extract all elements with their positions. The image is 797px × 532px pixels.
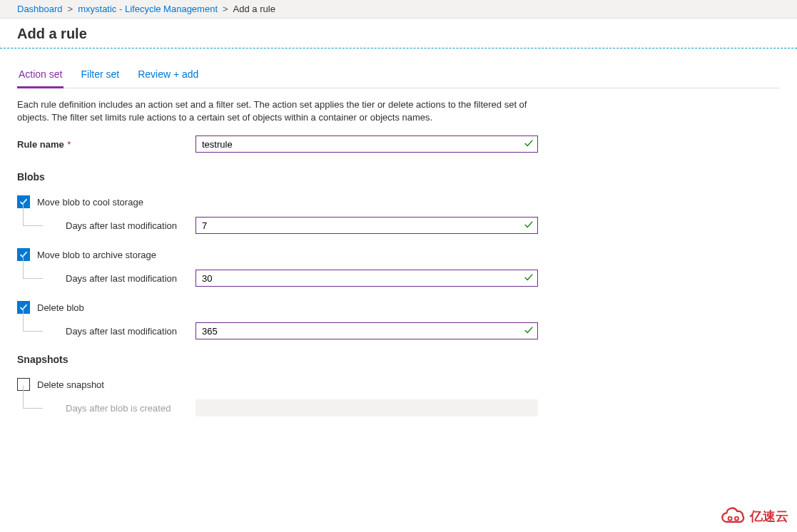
breadcrumb-lifecycle-mgmt[interactable]: mxystatic - Lifecycle Management xyxy=(78,4,218,14)
tree-connector xyxy=(17,270,49,287)
chevron-right-icon: > xyxy=(68,4,73,14)
checkbox-delete-snapshot[interactable] xyxy=(17,378,30,391)
breadcrumb: Dashboard > mxystatic - Lifecycle Manage… xyxy=(17,4,780,14)
check-icon xyxy=(524,220,534,230)
check-icon xyxy=(524,272,534,282)
chevron-right-icon: > xyxy=(223,4,228,14)
rule-name-label: Rule name * xyxy=(17,139,196,150)
input-days-delete[interactable] xyxy=(196,322,538,339)
field-days-snapshot xyxy=(196,399,538,416)
section-head-blobs: Blobs xyxy=(17,171,780,183)
svg-point-1 xyxy=(735,517,738,521)
label-days-snapshot: Days after blob is created xyxy=(49,403,196,414)
watermark: 亿速云 xyxy=(719,506,788,526)
label-days-cool: Days after last modification xyxy=(49,220,196,231)
tab-action-set[interactable]: Action set xyxy=(17,64,64,88)
field-days-cool xyxy=(196,217,538,234)
input-days-cool[interactable] xyxy=(196,217,538,234)
rule-name-row: Rule name * xyxy=(17,135,780,153)
check-icon xyxy=(524,325,534,335)
section-head-snapshots: Snapshots xyxy=(17,354,780,365)
watermark-text: 亿速云 xyxy=(750,508,788,525)
tabs: Action set Filter set Review + add xyxy=(17,64,780,88)
breadcrumb-current: Add a rule xyxy=(233,4,275,14)
content: Action set Filter set Review + add Each … xyxy=(0,64,797,416)
action-delete-blob: Delete blob Days after last modification xyxy=(17,301,780,339)
action-delete-snapshot: Delete snapshot Days after blob is creat… xyxy=(17,378,780,416)
form: Rule name * Blobs Move blob to cool stor… xyxy=(17,135,780,416)
label-move-cool: Move blob to cool storage xyxy=(37,197,143,208)
input-days-archive[interactable] xyxy=(196,270,538,287)
svg-point-0 xyxy=(729,517,732,521)
tree-connector xyxy=(17,217,49,234)
title-area: Add a rule xyxy=(0,19,797,48)
checkbox-move-cool[interactable] xyxy=(17,195,30,208)
label-delete-snapshot: Delete snapshot xyxy=(37,379,104,390)
description-text: Each rule definition includes an action … xyxy=(17,98,531,124)
input-days-snapshot xyxy=(196,399,538,416)
action-archive: Move blob to archive storage Days after … xyxy=(17,248,780,287)
page-title: Add a rule xyxy=(17,26,780,42)
cloud-icon xyxy=(719,506,747,526)
field-days-archive xyxy=(196,270,538,287)
label-delete-blob: Delete blob xyxy=(37,302,84,313)
checkbox-move-archive[interactable] xyxy=(17,248,30,261)
action-cool: Move blob to cool storage Days after las… xyxy=(17,195,780,234)
tree-connector xyxy=(17,399,49,416)
tab-filter-set[interactable]: Filter set xyxy=(79,64,121,88)
dashed-separator xyxy=(0,48,797,48)
field-days-delete xyxy=(196,322,538,339)
check-icon xyxy=(524,138,534,148)
checkbox-delete-blob[interactable] xyxy=(17,301,30,314)
tab-review-add[interactable]: Review + add xyxy=(136,64,200,88)
tree-connector xyxy=(17,322,49,339)
label-move-archive: Move blob to archive storage xyxy=(37,250,156,260)
rule-name-input[interactable] xyxy=(196,135,538,153)
label-days-delete: Days after last modification xyxy=(49,326,196,337)
topbar: Dashboard > mxystatic - Lifecycle Manage… xyxy=(0,0,797,19)
rule-name-field xyxy=(196,135,538,153)
tab-underline xyxy=(17,88,780,88)
breadcrumb-dashboard[interactable]: Dashboard xyxy=(17,4,63,14)
label-days-archive: Days after last modification xyxy=(49,273,196,284)
